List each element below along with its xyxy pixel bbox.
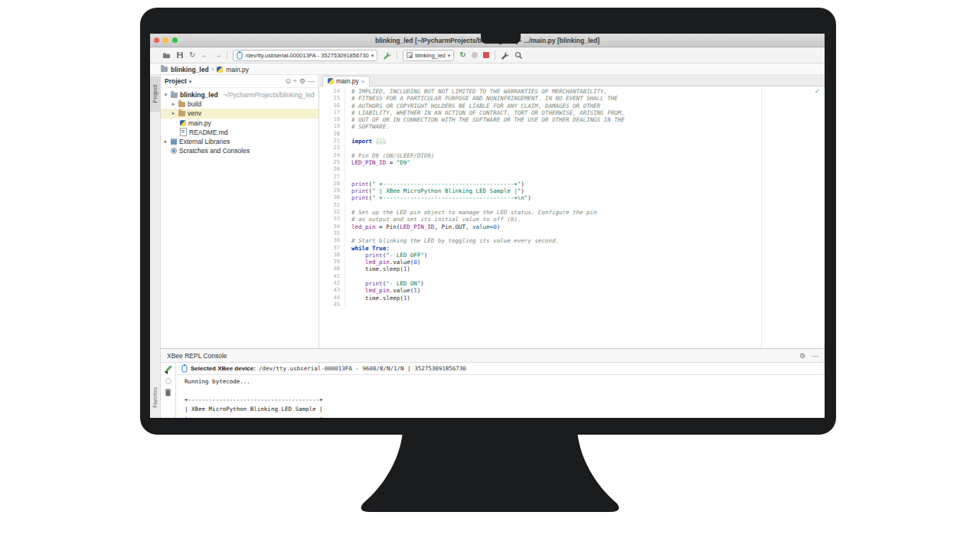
code-line[interactable]: 30print(" +-----------------------------… [320, 194, 825, 201]
chevron-down-icon[interactable]: ▾ [189, 79, 192, 84]
code-line[interactable]: 26 [320, 166, 825, 173]
line-number[interactable]: 27 [320, 174, 345, 181]
code-line[interactable]: 29print(" | XBee MicroPython Blinking LE… [320, 187, 825, 194]
chevron-right-icon[interactable]: ▸ [171, 101, 176, 107]
line-number[interactable]: 35 [320, 230, 345, 237]
zoom-window-button[interactable] [172, 37, 178, 43]
project-panel-title[interactable]: Project [165, 77, 187, 85]
code-line[interactable]: 24# Pin D9 (ON/SLEEP/DIO9) [320, 152, 825, 159]
chevron-right-icon[interactable]: ▸ [163, 139, 168, 145]
line-number[interactable]: 42 [320, 280, 345, 287]
settings-wrench-icon[interactable] [501, 51, 509, 60]
line-number[interactable]: 41 [320, 273, 345, 280]
line-number[interactable]: 39 [320, 259, 345, 266]
line-number[interactable]: 23 [320, 145, 345, 152]
code-line[interactable]: 43 led_pin.value(1) [320, 287, 825, 294]
line-number[interactable]: 17 [320, 109, 345, 116]
line-number[interactable]: 14 [320, 88, 345, 95]
gear-icon[interactable]: ⚙ [799, 352, 805, 360]
tree-item-scratches[interactable]: Scratches and Consoles [161, 146, 318, 155]
tree-item-build[interactable]: ▸ build [161, 99, 318, 109]
line-number[interactable]: 28 [320, 181, 345, 187]
code-line[interactable]: 19# SOFTWARE. [320, 123, 825, 130]
code-line[interactable]: 15# FITNESS FOR A PARTICULAR PURPOSE AND… [320, 95, 825, 102]
line-number[interactable]: 40 [320, 266, 345, 272]
code-line[interactable]: 40 time.sleep(1) [320, 266, 825, 272]
code-line[interactable]: 45 [320, 302, 825, 308]
close-tab-icon[interactable]: × [361, 78, 365, 85]
code-line[interactable]: 42 print("- LED ON") [320, 280, 825, 287]
breadcrumb-file[interactable]: main.py [226, 66, 249, 73]
run-rerun-icon[interactable]: ↻ [459, 51, 466, 60]
back-icon[interactable]: ← [201, 51, 208, 60]
line-number[interactable]: 29 [320, 187, 345, 194]
code-line[interactable]: 18# OUT OF OR IN CONNECTION WITH THE SOF… [320, 116, 825, 123]
line-number[interactable]: 21 [320, 138, 345, 145]
code-line[interactable]: 35 [320, 230, 825, 237]
save-icon[interactable] [176, 51, 184, 60]
line-number[interactable]: 19 [320, 123, 345, 130]
breadcrumb-project[interactable]: blinking_led [171, 66, 209, 73]
tree-item-external-libraries[interactable]: ▸ External Libraries [161, 137, 318, 146]
code-line[interactable]: 23 [320, 145, 825, 152]
code-line[interactable]: 21import ... [320, 138, 825, 145]
code-line[interactable]: 38 print("- LED OFF") [320, 252, 825, 259]
code-line[interactable]: 17# LIABILITY, WHETHER IN AN ACTION OF C… [320, 109, 825, 116]
code-line[interactable]: 34led_pin = Pin(LED_PIN_ID, Pin.OUT, val… [320, 223, 825, 230]
reset-circle-icon[interactable] [165, 378, 172, 384]
sync-icon[interactable]: ↻ [189, 51, 195, 60]
line-number[interactable]: 20 [320, 131, 345, 138]
tree-item-readme[interactable]: README.md [161, 128, 318, 137]
line-number[interactable]: 43 [320, 287, 345, 294]
code-line[interactable]: 32# Set up the LED pin object to manage … [320, 209, 825, 216]
code-line[interactable]: 28print(" +-----------------------------… [320, 181, 825, 187]
code-line[interactable]: 41 [320, 273, 825, 280]
line-number[interactable]: 25 [320, 159, 345, 166]
line-number[interactable]: 45 [320, 302, 345, 308]
run-configuration-selector[interactable]: blinking_led ▾ [403, 50, 454, 61]
line-number[interactable]: 16 [320, 103, 345, 109]
favorites-tool-window-button[interactable]: Favorites [150, 380, 160, 415]
line-number[interactable]: 24 [320, 152, 345, 159]
stop-icon[interactable] [483, 51, 489, 60]
open-folder-icon[interactable] [162, 51, 171, 60]
gear-icon[interactable]: ⚙ [299, 77, 305, 85]
locate-target-icon[interactable]: ⊙ [285, 77, 291, 85]
connect-pencil-icon[interactable] [165, 366, 172, 373]
line-number[interactable]: 32 [320, 209, 345, 216]
collapse-all-icon[interactable]: ÷ [293, 77, 297, 85]
code-line[interactable]: 44 time.sleep(1) [320, 295, 825, 302]
tab-main-py[interactable]: main.py × [322, 76, 370, 86]
line-number[interactable]: 38 [320, 252, 345, 259]
code-line[interactable]: 37while True: [320, 245, 825, 252]
line-number[interactable]: 31 [320, 202, 345, 209]
code-line[interactable]: 36# Start blinking the LED by toggling i… [320, 237, 825, 244]
code-line[interactable]: 39 led_pin.value(0) [320, 259, 825, 266]
code-line[interactable]: 31 [320, 202, 825, 209]
debug-icon[interactable] [472, 51, 478, 60]
tree-item-venv[interactable]: ▸ venv [161, 109, 318, 118]
line-number[interactable]: 37 [320, 245, 345, 252]
hide-panel-icon[interactable]: — [308, 77, 315, 85]
line-number[interactable]: 26 [320, 166, 345, 173]
editor-code[interactable]: ✓ 14# IMPLIED, INCLUDING BUT NOT LIMITED… [320, 86, 825, 348]
tree-item-project-root[interactable]: ▾ blinking_led ~/PycharmProjects/blinkin… [161, 90, 318, 99]
console-output[interactable]: Selected XBee device: /dev/tty.usbserial… [177, 363, 825, 418]
code-line[interactable]: 16# AUTHORS OR COPYRIGHT HOLDERS BE LIAB… [320, 103, 825, 109]
minimize-window-button[interactable] [163, 37, 168, 43]
search-icon[interactable] [514, 51, 523, 60]
line-number[interactable]: 33 [320, 216, 345, 223]
code-line[interactable]: 14# IMPLIED, INCLUDING BUT NOT LIMITED T… [320, 88, 825, 95]
line-number[interactable]: 15 [320, 95, 345, 102]
line-number[interactable]: 18 [320, 116, 345, 123]
xbee-device-selector[interactable]: /dev/tty.usbserial-000013FA - 3527530918… [233, 50, 377, 61]
chevron-down-icon[interactable]: ▾ [163, 92, 168, 98]
code-line[interactable]: 33# as output and set its initial value … [320, 216, 825, 223]
chevron-right-icon[interactable]: ▸ [171, 110, 176, 116]
tree-item-main-py[interactable]: main.py [161, 119, 318, 128]
close-window-button[interactable] [154, 37, 159, 43]
hide-panel-icon[interactable]: — [812, 352, 818, 360]
line-number[interactable]: 30 [320, 194, 345, 201]
forward-icon[interactable]: → [214, 51, 221, 60]
xbee-tools-wrench-icon[interactable] [383, 51, 391, 60]
